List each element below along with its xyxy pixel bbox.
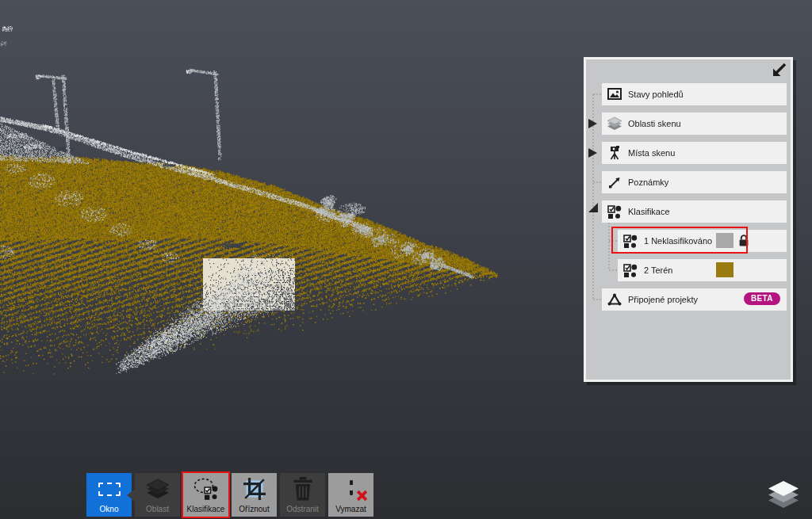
view-layers-button[interactable] xyxy=(761,475,806,513)
layers-icon xyxy=(135,473,180,505)
panel-item-view-states[interactable]: Stavy pohledů xyxy=(602,83,787,105)
oblast-button: Oblast xyxy=(135,473,180,517)
panel-item-connected-projects[interactable]: Připojené projekty BETA xyxy=(602,288,787,311)
classification-icon xyxy=(622,234,638,248)
scan-station-icon xyxy=(607,146,622,160)
panel-item-label: Připojené projekty xyxy=(628,295,698,304)
layers-panel: Stavy pohledů Oblasti skenu xyxy=(584,57,793,382)
panel-item-class-terrain[interactable]: 2 Terén xyxy=(618,259,787,281)
selection-toolbar: Okno Oblast xyxy=(86,473,373,517)
panel-item-class-unclassified[interactable]: 1 Neklasifikováno xyxy=(618,230,787,252)
panel-item-label: Poznámky xyxy=(628,177,668,187)
trash-icon xyxy=(280,473,325,505)
oriznout-button[interactable]: Oříznout xyxy=(232,473,277,517)
layers-stack-icon xyxy=(763,477,804,512)
collapse-panel-button[interactable] xyxy=(770,62,787,79)
okno-button[interactable]: Okno xyxy=(86,473,132,517)
layers-icon xyxy=(607,116,622,131)
classification-icon xyxy=(607,204,622,219)
panel-item-label: Místa skenu xyxy=(628,148,675,158)
beta-badge: BETA xyxy=(744,292,780,305)
panel-item-annotations[interactable]: Poznámky xyxy=(602,171,787,193)
application-window: Stavy pohledů Oblasti skenu xyxy=(0,0,812,519)
measurement-arrow-icon xyxy=(607,175,622,189)
connected-projects-icon xyxy=(607,292,622,307)
selection-rect-icon xyxy=(86,473,132,505)
flyout-arrow-icon xyxy=(127,489,135,502)
panel-item-classification[interactable]: Klasifikace xyxy=(602,200,787,223)
odstranit-button: Odstranit xyxy=(280,473,325,517)
image-icon xyxy=(607,87,622,101)
collapse-arrow-icon xyxy=(770,62,787,79)
classification-icon xyxy=(622,263,638,277)
panel-item-scan-areas[interactable]: Oblasti skenu xyxy=(602,113,787,135)
crop-icon xyxy=(232,473,277,505)
panel-item-label: 2 Terén xyxy=(644,265,673,275)
panel-item-label: 1 Neklasifikováno xyxy=(644,236,712,246)
color-swatch-terrain[interactable] xyxy=(716,262,733,277)
panel-item-label: Klasifikace xyxy=(628,207,670,216)
color-swatch-unclassified[interactable] xyxy=(716,233,733,248)
lock-icon xyxy=(738,234,749,247)
vymazat-button[interactable]: Vymazat xyxy=(328,473,373,517)
panel-item-label: Stavy pohledů xyxy=(628,90,684,99)
panel-item-list: Stavy pohledů Oblasti skenu xyxy=(586,83,791,318)
panel-item-label: Oblasti skenu xyxy=(628,119,681,128)
klasifikace-button[interactable]: Klasifikace xyxy=(183,473,228,517)
panel-item-scan-stations[interactable]: Místa skenu xyxy=(602,142,787,164)
lasso-classify-icon xyxy=(183,473,228,505)
clear-selection-icon xyxy=(328,473,373,505)
